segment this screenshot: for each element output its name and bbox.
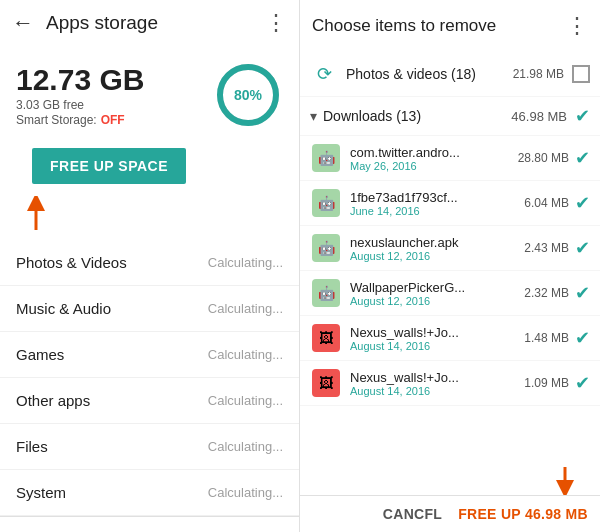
- photos-label: Photos & videos (18): [346, 66, 513, 82]
- file-info-0: com.twitter.andro... May 26, 2016: [350, 145, 518, 172]
- file-date-2: August 12, 2016: [350, 250, 524, 262]
- file-item-5[interactable]: 🖼 Nexus_walls!+Jo... August 14, 2016 1.0…: [300, 361, 600, 406]
- menu-value-music: Calculating...: [208, 301, 283, 316]
- left-panel: ← Apps storage ⋮ 12.73 GB 3.03 GB free S…: [0, 0, 300, 532]
- file-item-1[interactable]: 🤖 1fbe73ad1f793cf... June 14, 2016 6.04 …: [300, 181, 600, 226]
- file-checkbox-0[interactable]: ✔: [575, 147, 590, 169]
- photos-size: 21.98 MB: [513, 67, 564, 81]
- file-checkbox-1[interactable]: ✔: [575, 192, 590, 214]
- menu-label-otherapps: Other apps: [16, 392, 90, 409]
- back-button[interactable]: ←: [12, 10, 34, 36]
- file-name-0: com.twitter.andro...: [350, 145, 518, 160]
- downloads-group-header[interactable]: ▾ Downloads (13) 46.98 MB ✔: [300, 97, 600, 136]
- red-icon-5: 🖼: [312, 369, 340, 397]
- file-info-3: WallpaperPickerG... August 12, 2016: [350, 280, 524, 307]
- storage-summary: 12.73 GB 3.03 GB free Smart Storage: OFF…: [0, 46, 299, 140]
- cancel-button[interactable]: CANCFL: [383, 506, 442, 522]
- file-size-5: 1.09 MB: [524, 376, 569, 390]
- android-icon-1: 🤖: [312, 189, 340, 217]
- file-checkbox-4[interactable]: ✔: [575, 327, 590, 349]
- menu-item-games[interactable]: Games Calculating...: [0, 332, 299, 378]
- file-date-1: June 14, 2016: [350, 205, 524, 217]
- menu-label-music: Music & Audio: [16, 300, 111, 317]
- file-info-5: Nexus_walls!+Jo... August 14, 2016: [350, 370, 524, 397]
- menu-value-games: Calculating...: [208, 347, 283, 362]
- menu-item-music[interactable]: Music & Audio Calculating...: [0, 286, 299, 332]
- free-up-action-button[interactable]: FREE UP 46.98 MB: [458, 506, 588, 522]
- file-info-4: Nexus_walls!+Jo... August 14, 2016: [350, 325, 524, 352]
- menu-value-otherapps: Calculating...: [208, 393, 283, 408]
- menu-value-photos: Calculating...: [208, 255, 283, 270]
- file-name-1: 1fbe73ad1f793cf...: [350, 190, 524, 205]
- menu-item-system[interactable]: System Calculating...: [0, 470, 299, 516]
- file-size-0: 28.80 MB: [518, 151, 569, 165]
- storage-circle: 80%: [213, 60, 283, 130]
- file-name-2: nexuslauncher.apk: [350, 235, 524, 250]
- menu-value-files: Calculating...: [208, 439, 283, 454]
- file-icon-1: 🤖: [310, 187, 342, 219]
- downloads-group-size: 46.98 MB: [511, 109, 567, 124]
- file-size-2: 2.43 MB: [524, 241, 569, 255]
- file-item-0[interactable]: 🤖 com.twitter.andro... May 26, 2016 28.8…: [300, 136, 600, 181]
- storage-gb: 12.73 GB: [16, 63, 144, 96]
- right-footer: CANCFL FREE UP 46.98 MB: [300, 495, 600, 532]
- smart-storage-row: Smart Storage: OFF: [16, 113, 144, 127]
- file-date-0: May 26, 2016: [350, 160, 518, 172]
- file-date-4: August 14, 2016: [350, 340, 524, 352]
- file-info-1: 1fbe73ad1f793cf... June 14, 2016: [350, 190, 524, 217]
- expand-icon[interactable]: ▾: [310, 108, 317, 124]
- menu-item-otherapps[interactable]: Other apps Calculating...: [0, 378, 299, 424]
- file-date-5: August 14, 2016: [350, 385, 524, 397]
- file-date-3: August 12, 2016: [350, 295, 524, 307]
- file-info-2: nexuslauncher.apk August 12, 2016: [350, 235, 524, 262]
- left-header: ← Apps storage ⋮: [0, 0, 299, 46]
- photos-row[interactable]: ⟳ Photos & videos (18) 21.98 MB: [300, 52, 600, 97]
- menu-value-system: Calculating...: [208, 485, 283, 500]
- menu-list: Photos & Videos Calculating... Music & A…: [0, 240, 299, 516]
- menu-item-photos[interactable]: Photos & Videos Calculating...: [0, 240, 299, 286]
- storage-text: 12.73 GB 3.03 GB free Smart Storage: OFF: [16, 63, 144, 127]
- left-more-button[interactable]: ⋮: [265, 10, 287, 36]
- file-item-2[interactable]: 🤖 nexuslauncher.apk August 12, 2016 2.43…: [300, 226, 600, 271]
- red-icon-4: 🖼: [312, 324, 340, 352]
- right-panel-title: Choose items to remove: [312, 16, 566, 36]
- menu-label-photos: Photos & Videos: [16, 254, 127, 271]
- file-icon-4: 🖼: [310, 322, 342, 354]
- smart-storage-label: Smart Storage:: [16, 113, 97, 127]
- file-icon-2: 🤖: [310, 232, 342, 264]
- right-arrow-indicator: [300, 465, 580, 495]
- free-up-button[interactable]: FREE UP SPACE: [32, 148, 186, 184]
- photos-checkbox[interactable]: [572, 65, 590, 83]
- file-item-4[interactable]: 🖼 Nexus_walls!+Jo... August 14, 2016 1.4…: [300, 316, 600, 361]
- file-size-3: 2.32 MB: [524, 286, 569, 300]
- right-header: Choose items to remove ⋮: [300, 0, 600, 52]
- file-icon-5: 🖼: [310, 367, 342, 399]
- file-icon-3: 🤖: [310, 277, 342, 309]
- file-checkbox-3[interactable]: ✔: [575, 282, 590, 304]
- downloads-group-label: Downloads (13): [323, 108, 511, 124]
- file-name-3: WallpaperPickerG...: [350, 280, 524, 295]
- menu-item-files[interactable]: Files Calculating...: [0, 424, 299, 470]
- downloads-checkbox[interactable]: ✔: [575, 105, 590, 127]
- menu-label-games: Games: [16, 346, 64, 363]
- file-size-4: 1.48 MB: [524, 331, 569, 345]
- android-icon-2: 🤖: [312, 234, 340, 262]
- file-item-3[interactable]: 🤖 WallpaperPickerG... August 12, 2016 2.…: [300, 271, 600, 316]
- menu-label-files: Files: [16, 438, 48, 455]
- menu-label-system: System: [16, 484, 66, 501]
- file-checkbox-5[interactable]: ✔: [575, 372, 590, 394]
- android-icon-0: 🤖: [312, 144, 340, 172]
- file-name-4: Nexus_walls!+Jo...: [350, 325, 524, 340]
- right-more-button[interactable]: ⋮: [566, 13, 588, 39]
- circle-percent: 80%: [234, 87, 262, 103]
- android-icon-3: 🤖: [312, 279, 340, 307]
- free-up-container: FREE UP SPACE: [0, 140, 299, 196]
- left-panel-title: Apps storage: [46, 12, 265, 34]
- manage-storage-item[interactable]: ☰ Manage storage: [0, 516, 299, 532]
- storage-free: 3.03 GB free: [16, 98, 144, 112]
- smart-storage-value: OFF: [101, 113, 125, 127]
- sync-icon: ⟳: [310, 60, 338, 88]
- arrow-indicator: [16, 196, 299, 236]
- file-checkbox-2[interactable]: ✔: [575, 237, 590, 259]
- right-panel: Choose items to remove ⋮ ⟳ Photos & vide…: [300, 0, 600, 532]
